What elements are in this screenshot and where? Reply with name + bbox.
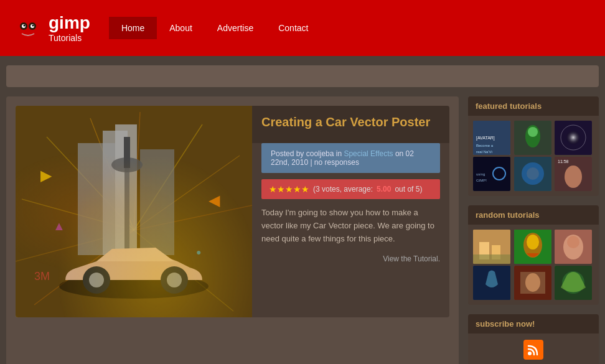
svg-point-23 [111,157,143,172]
main-wrapper: ▶ ◀ ▲ 3M ● Creating a Car Vect [0,56,605,364]
nav-about[interactable]: About [157,17,205,39]
card-body: ▶ ◀ ▲ 3M ● Creating a Car Vect [16,106,449,317]
svg-point-29 [167,273,182,287]
random-thumb-3-img [555,230,592,264]
tutorial-art: ▶ ◀ ▲ 3M ● [16,106,252,317]
featured-thumbnail-grid: [AVATAR]Become areal Na'Vi [468,116,599,196]
svg-line-13 [134,205,252,230]
logo[interactable]: gimp Tutorials [12,12,90,44]
svg-line-8 [47,137,134,230]
random-thumb-6[interactable] [555,266,592,300]
svg-line-14 [22,199,134,230]
breadcrumb-bar [6,65,599,87]
tutorial-title: Creating a Car Vector Poster [261,115,440,129]
tutorial-image-container: ▶ ◀ ▲ 3M ● [16,106,252,317]
random-thumb-4-img [473,266,510,300]
featured-tutorials-section: featured tutorials [AVATAR]Become areal … [468,96,599,196]
featured-thumb-6[interactable]: 11:58 [555,157,592,191]
nav-home[interactable]: Home [109,17,157,39]
random-thumb-2-img [514,230,551,264]
svg-point-61 [527,235,539,250]
random-thumb-5[interactable] [514,266,551,300]
subscribe-section: subscribe now! [468,314,599,364]
svg-rect-18 [78,143,115,255]
svg-point-71 [528,352,532,355]
tutorial-meta: Posted by cooljeba in Special Effects on… [261,143,440,173]
card-right: Creating a Car Vector Poster Posted by c… [252,106,449,317]
svg-point-44 [566,130,581,145]
random-thumb-1-img [473,230,510,264]
svg-point-64 [567,236,579,248]
svg-point-25 [59,274,209,299]
svg-point-54 [565,166,582,188]
featured-thumb-1[interactable]: [AVATAR]Become areal Na'Vi [473,121,510,155]
tutorial-description: Today I'm going to show you how to make … [252,207,449,254]
svg-line-9 [90,118,134,230]
svg-rect-7 [16,106,252,317]
sidebar: featured tutorials [AVATAR]Become areal … [468,96,599,364]
svg-line-17 [134,230,233,311]
svg-point-5 [24,25,26,27]
svg-text:▲: ▲ [53,219,65,233]
featured-thumb-3-img [555,121,592,155]
random-thumb-1[interactable] [473,230,510,264]
svg-rect-22 [124,168,129,255]
header: gimp Tutorials Home About Advertise Cont… [0,0,605,56]
random-thumb-3[interactable] [555,230,592,264]
random-thumb-5-img [514,266,551,300]
svg-line-12 [134,156,240,230]
rss-container [523,340,543,360]
svg-rect-58 [473,254,510,264]
featured-thumb-1-img: [AVATAR]Become areal Na'Vi [473,121,510,155]
svg-line-15 [16,230,134,261]
svg-point-28 [161,266,188,294]
responses-text: no responses [314,158,359,167]
featured-thumb-3[interactable] [555,121,592,155]
tutorial-header: Creating a Car Vector Poster [252,106,449,143]
nav-advertise[interactable]: Advertise [205,17,266,39]
rating-suffix: out of 5) [395,185,422,194]
svg-line-16 [34,230,134,305]
featured-thumb-5[interactable] [514,157,551,191]
svg-line-11 [134,124,202,230]
svg-rect-24 [124,137,130,168]
svg-text:●: ● [196,247,201,257]
nav-contact[interactable]: Contact [266,17,321,39]
random-thumb-2[interactable] [514,230,551,264]
votes-text: (3 votes, average: [313,185,373,194]
svg-text:11:58: 11:58 [558,159,569,164]
subscribe-title: subscribe now! [468,314,599,334]
svg-point-41 [528,127,538,137]
svg-text:3M: 3M [34,270,50,282]
random-thumbnail-grid [468,225,599,305]
featured-thumb-2-img [514,121,551,155]
random-thumb-6-img [555,266,592,300]
category-link[interactable]: Special Effects [344,149,393,158]
svg-point-27 [89,273,104,287]
svg-point-6 [32,25,34,27]
view-tutorial-link[interactable]: View the Tutorial. [252,254,449,273]
tutorial-image: ▶ ◀ ▲ 3M ● [16,106,252,317]
svg-text:using: using [476,172,485,176]
svg-text:Become a: Become a [476,144,494,147]
main-nav: Home About Advertise Contact [109,17,321,39]
svg-rect-21 [140,149,174,255]
star-icons: ★★★★★ [269,184,309,194]
svg-point-68 [525,273,540,292]
svg-point-51 [527,167,539,180]
content-area: ▶ ◀ ▲ 3M ● Creating a Car Vect [6,96,599,364]
svg-text:[AVATAR]: [AVATAR] [476,136,495,141]
featured-thumb-4-img: usingGIMP! [473,157,510,191]
posted-by-text: Posted by cooljeba in [271,149,342,158]
svg-text:◀: ◀ [209,192,220,208]
rss-icon[interactable] [523,340,543,360]
rating-bar: ★★★★★ (3 votes, average: 5.00 out of 5) [261,179,440,199]
logo-gimp-text: gimp [49,13,90,32]
featured-thumb-4[interactable]: usingGIMP! [473,157,510,191]
featured-thumb-2[interactable] [514,121,551,155]
random-thumb-4[interactable] [473,266,510,300]
rss-svg [527,343,540,356]
logo-tutorials-text: Tutorials [49,33,90,43]
svg-rect-20 [115,124,137,255]
random-tutorials-section: random tutorials [468,205,599,305]
